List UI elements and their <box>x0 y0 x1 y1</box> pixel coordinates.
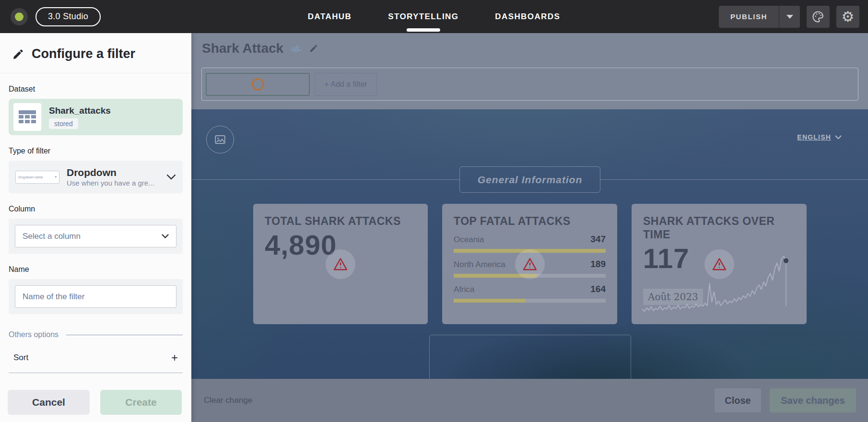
dropdown-preview-text: Dropdown name <box>18 176 43 179</box>
dataset-name: Shark_attacks <box>49 106 111 116</box>
name-label: Name <box>9 265 183 274</box>
card-title: SHARK ATTACKS OVER TIME <box>643 214 795 241</box>
sort-label: Sort <box>13 353 28 363</box>
dataset-icon-box <box>13 103 41 131</box>
top-fatal-attacks-card[interactable]: TOP FATAL ATTACKS Oceania 347 North Amer… <box>442 204 617 324</box>
filter-bar: + Add a filter <box>201 68 858 101</box>
leaderboard-value: 189 <box>590 259 606 270</box>
palette-icon <box>811 10 825 23</box>
chevron-down-icon <box>166 174 176 180</box>
warning-triangle-icon <box>712 258 727 270</box>
others-options-header: Others options <box>9 330 183 339</box>
dataset-card[interactable]: Shark_attacks stored <box>9 99 183 135</box>
add-filter-button[interactable]: + Add a filter <box>315 73 377 96</box>
nav-tab-storytelling[interactable]: STORYTELLING <box>388 0 458 33</box>
column-select[interactable]: Select a column <box>15 225 176 247</box>
theme-palette-button[interactable] <box>807 6 830 28</box>
leaderboard-label: North America <box>454 260 505 270</box>
table-icon <box>19 110 36 124</box>
preview-footer-bar: Clear change Close Save changes <box>191 379 868 422</box>
create-button[interactable]: Create <box>100 390 182 415</box>
divider <box>66 335 183 335</box>
clear-change-button[interactable]: Clear change <box>204 396 252 405</box>
panel-footer: Cancel Create <box>0 383 191 422</box>
leaderboard-label: Oceania <box>454 235 484 245</box>
panel-title: Configure a filter <box>32 47 135 61</box>
save-changes-button[interactable]: Save changes <box>770 388 856 412</box>
chevron-down-icon <box>835 135 842 140</box>
leaderboard-row: Africa 164 <box>454 284 606 303</box>
filter-type-description: Use when you have a gre... <box>67 179 159 187</box>
caret-down-icon <box>786 15 793 19</box>
top-bar: 3.0 Studio DATAHUB STORYTELLING DASHBOAR… <box>0 0 868 33</box>
warning-badge <box>326 249 355 279</box>
cancel-button[interactable]: Cancel <box>8 390 90 415</box>
warning-triangle-icon <box>333 258 348 270</box>
image-icon <box>214 133 226 146</box>
status-dot-icon <box>15 12 23 21</box>
section-title: General Information <box>478 174 583 186</box>
leaderboard-value: 347 <box>590 234 606 245</box>
dropdown-preview-thumbnail: Dropdown name ▾ <box>15 171 59 184</box>
dataset-label: Dataset <box>9 85 183 94</box>
leaderboard-label: Africa <box>454 285 474 294</box>
type-of-filter-label: Type of filter <box>9 147 183 155</box>
filter-type-value: Dropdown <box>67 167 159 178</box>
publish-split-button: PUBLISH <box>719 6 800 28</box>
nav-tab-label: STORYTELLING <box>388 12 458 22</box>
spinner-icon <box>252 78 264 91</box>
filter-loading-slot[interactable] <box>206 73 310 96</box>
sort-option-row[interactable]: Sort + <box>9 343 183 373</box>
section-title-box: General Information <box>459 166 600 193</box>
column-select-wrap: Select a column <box>9 219 183 254</box>
panel-header: Configure a filter <box>0 33 191 73</box>
card-title: TOTAL SHARK ATTACKS <box>265 214 416 228</box>
empty-content-block[interactable] <box>429 335 631 379</box>
warning-triangle-icon <box>523 258 537 270</box>
edit-title-pencil-icon[interactable] <box>309 44 318 53</box>
bar-fill <box>454 299 526 303</box>
shark-attacks-over-time-card[interactable]: SHARK ATTACKS OVER TIME 117 Août 2023 <box>632 204 807 324</box>
name-input-wrap <box>9 279 183 314</box>
filter-type-select[interactable]: Dropdown name ▾ Dropdown Use when you ha… <box>9 161 183 193</box>
plus-icon: + <box>171 352 178 363</box>
close-button[interactable]: Close <box>715 388 761 412</box>
shark-icon <box>289 43 304 54</box>
language-label: ENGLISH <box>797 133 831 141</box>
active-tab-underline <box>407 28 440 32</box>
main-navigation: DATAHUB STORYTELLING DASHBOARDS <box>308 0 560 33</box>
language-select[interactable]: ENGLISH <box>797 133 842 141</box>
change-background-image-button[interactable] <box>206 126 234 153</box>
others-options-label: Others options <box>9 330 59 339</box>
studio-logo-button[interactable]: 3.0 Studio <box>35 7 101 26</box>
publish-button[interactable]: PUBLISH <box>719 6 779 28</box>
storytelling-main: Shark Attack + Add a filter <box>191 33 868 422</box>
card-title: TOP FATAL ATTACKS <box>454 214 606 228</box>
total-shark-attacks-card[interactable]: TOTAL SHARK ATTACKS 4,890 <box>253 204 428 324</box>
dropdown-preview-caret-icon: ▾ <box>55 175 57 179</box>
settings-button[interactable]: ⚙ <box>836 6 859 28</box>
nav-tab-label: DATAHUB <box>308 12 352 22</box>
studio-app: 3.0 Studio DATAHUB STORYTELLING DASHBOAR… <box>0 0 868 422</box>
divider <box>600 179 868 180</box>
divider <box>191 179 459 180</box>
pencil-icon <box>12 48 24 60</box>
warning-badge <box>515 249 545 279</box>
gear-icon: ⚙ <box>842 10 855 24</box>
publish-dropdown-button[interactable] <box>779 6 800 28</box>
nav-tab-dashboards[interactable]: DASHBOARDS <box>495 0 560 33</box>
nav-tab-label: DASHBOARDS <box>495 12 560 22</box>
leaderboard-value: 164 <box>590 284 606 294</box>
filter-name-input[interactable] <box>15 285 176 308</box>
dataset-stored-badge: stored <box>49 118 78 129</box>
chevron-down-icon <box>162 234 169 238</box>
column-select-placeholder: Select a column <box>23 232 81 241</box>
nav-tab-datahub[interactable]: DATAHUB <box>308 0 352 33</box>
dashboard-preview: ENGLISH General Information TOTAL SHARK … <box>191 109 868 379</box>
warning-badge <box>704 249 734 279</box>
bar-track <box>454 299 606 303</box>
column-label: Column <box>9 205 183 213</box>
configure-filter-panel: Configure a filter Dataset Shark_attacks… <box>0 33 191 422</box>
status-indicator <box>11 8 28 25</box>
story-title: Shark Attack <box>202 41 283 56</box>
